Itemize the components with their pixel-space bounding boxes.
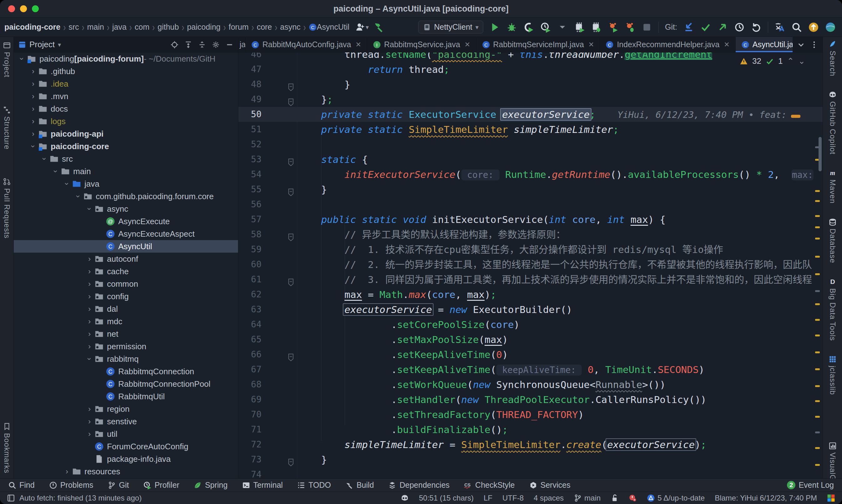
git-branch-icon[interactable] [108, 481, 116, 489]
breadcrumb-item[interactable]: com [135, 22, 149, 32]
tree-row-asyncexecute[interactable]: @AsyncExecute [14, 215, 238, 228]
tree-row-common[interactable]: ›common [14, 277, 238, 290]
profiler-icon[interactable] [540, 22, 551, 33]
toolwindow-button-spring[interactable]: Spring [194, 481, 227, 490]
chevron-right-icon[interactable]: › [85, 329, 94, 338]
status-item-4[interactable]: 4 spaces [534, 494, 563, 502]
sidebar-item-jclasslib[interactable]: jclasslib [828, 355, 837, 395]
tree-row--github[interactable]: ›.github [14, 65, 238, 77]
hide-icon[interactable] [226, 41, 234, 49]
jclasslib-icon[interactable] [828, 355, 837, 363]
find-icon[interactable] [8, 481, 16, 489]
chevron-right-icon[interactable]: › [85, 254, 94, 263]
interface-icon[interactable]: I [373, 41, 381, 49]
tree-row-paicoding-core[interactable]: ›paicoding-core [14, 140, 238, 152]
structure-icon[interactable] [3, 106, 11, 114]
gutter-marker-icon[interactable] [288, 156, 294, 163]
code-line-65[interactable]: 65 .setMaxPoolSize(max) [238, 332, 823, 347]
code-line-50[interactable]: 50 private static ExecutorService execut… [238, 107, 823, 122]
gutter-marker-icon[interactable] [288, 275, 294, 284]
expand-all-icon[interactable] [184, 41, 192, 49]
status-item[interactable] [629, 494, 637, 502]
sidebar-item-maven[interactable]: mMaven [828, 169, 837, 203]
breadcrumb-item[interactable]: async [280, 22, 301, 32]
pull-requests-icon[interactable] [3, 178, 11, 186]
gutter-marker-icon[interactable] [288, 80, 294, 89]
tree-row-rabbitmqconnectionpool[interactable]: CRabbitmqConnectionPool [14, 378, 238, 390]
breadcrumb-item[interactable]: main [87, 22, 104, 32]
toolwindow-toggle-icon[interactable] [7, 494, 15, 502]
sidebar-item-bookmarks[interactable]: Bookmarks [2, 422, 11, 473]
locate-icon[interactable] [171, 41, 179, 49]
services-icon[interactable] [529, 481, 537, 489]
tree-row-docs[interactable]: ›docs [14, 103, 238, 115]
feather-icon[interactable] [828, 40, 837, 48]
toolwindow-button-checkstyle[interactable]: CSCheckStyle [464, 481, 515, 490]
breadcrumb-item[interactable]: github [158, 22, 179, 32]
status-item-utf-8[interactable]: UTF-8 [502, 494, 524, 502]
database-icon[interactable] [828, 218, 837, 226]
settings-gear-icon[interactable] [212, 41, 220, 49]
tree-row-senstive[interactable]: ›senstive [14, 415, 238, 428]
code-line-68[interactable]: 68 .setWorkQueue(new SynchronousQueue<Ru… [238, 377, 823, 392]
gradle-sphere-icon[interactable] [825, 22, 836, 33]
tree-row--mvn[interactable]: ›.mvn [14, 90, 238, 103]
tree-row-java[interactable]: ›java [14, 178, 238, 190]
tree-row-util[interactable]: ›util [14, 428, 238, 440]
project-panel-header[interactable]: Project ▾ [14, 37, 238, 52]
debug-icon[interactable] [506, 22, 517, 33]
run-icon[interactable] [489, 22, 500, 33]
hammer-icon[interactable] [345, 481, 354, 489]
chevron-right-icon[interactable]: › [85, 342, 94, 351]
tab-rabbitmqservice-java[interactable]: IRabbitmqService.java✕ [367, 37, 476, 52]
class-icon[interactable]: C [309, 23, 317, 31]
toolwindow-button-git[interactable]: Git [108, 481, 129, 490]
tab-close-icon[interactable]: ✕ [588, 41, 594, 49]
code-line-46[interactable]: 46 thread.setName("paicoding-" + this.th… [238, 53, 823, 62]
status-item-blame-[interactable]: Blame: YiHui 6/12/23, 7:40 PM [715, 494, 817, 502]
code-line-64[interactable]: 64 .setCorePoolSize(core) [238, 317, 823, 332]
tree-row-rabbitmqutil[interactable]: CRabbitmqUtil [14, 390, 238, 403]
git-branch-icon[interactable] [574, 494, 582, 502]
toolwindow-button-dependencies[interactable]: Dependencies [388, 481, 449, 490]
tab-java[interactable]: java✕ [238, 37, 246, 52]
code-line-73[interactable]: 73 } [238, 452, 823, 467]
status-item[interactable] [611, 494, 619, 502]
chevron-down-icon[interactable]: › [18, 54, 26, 64]
status-item[interactable] [401, 494, 409, 502]
bookmarks-icon[interactable] [3, 422, 11, 431]
alert-icon[interactable] [629, 494, 637, 502]
status-item-5[interactable]: 5 Δ/up-to-date [647, 494, 705, 502]
tree-row-package-info-java[interactable]: package-info.java [14, 453, 238, 465]
code-line-47[interactable]: 47 return thread; [238, 62, 823, 77]
gutter-marker-icon[interactable] [288, 350, 294, 359]
grid-colors-icon[interactable] [827, 494, 835, 502]
inspections-widget[interactable]: 32 1 ⌃ ⌄ [737, 55, 808, 67]
event-log-button[interactable]: 2Event Log [787, 481, 834, 490]
status-item-main[interactable]: main [574, 494, 601, 502]
tree-row-dal[interactable]: ›dal [14, 303, 238, 315]
copilot-icon[interactable] [828, 91, 837, 99]
tree-row-config[interactable]: ›config [14, 290, 238, 303]
chevron-right-icon[interactable]: › [28, 104, 38, 113]
attach-debug-icon[interactable] [591, 22, 602, 33]
chevron-right-icon[interactable]: › [85, 305, 94, 313]
collapse-all-icon[interactable] [198, 41, 206, 49]
tree-row-main[interactable]: ›main [14, 165, 238, 178]
code-line-63[interactable]: 63 executorService = new ExecutorBuilder… [238, 302, 823, 317]
tree-row-paicoding[interactable]: ›paicoding[paicoding-forum] - ~/Document… [14, 53, 238, 65]
terminal-icon[interactable] [242, 481, 250, 489]
sidebar-item-database[interactable]: Database [828, 218, 837, 263]
status-item-lf[interactable]: LF [484, 494, 492, 502]
tree-row-src[interactable]: ›src [14, 152, 238, 165]
updates-icon[interactable] [808, 22, 819, 33]
translate-icon[interactable] [774, 22, 785, 33]
code-line-56[interactable]: 56 [238, 197, 823, 212]
dependencies-icon[interactable] [388, 481, 396, 489]
sidebar-item-structure[interactable]: Structure [2, 106, 11, 149]
gutter-marker-icon[interactable] [288, 455, 294, 464]
tree-row-asyncutil[interactable]: CAsyncUtil [14, 240, 238, 253]
search-icon[interactable] [791, 22, 802, 33]
tree-row-permission[interactable]: ›permission [14, 340, 238, 353]
chevron-right-icon[interactable]: › [85, 280, 94, 288]
